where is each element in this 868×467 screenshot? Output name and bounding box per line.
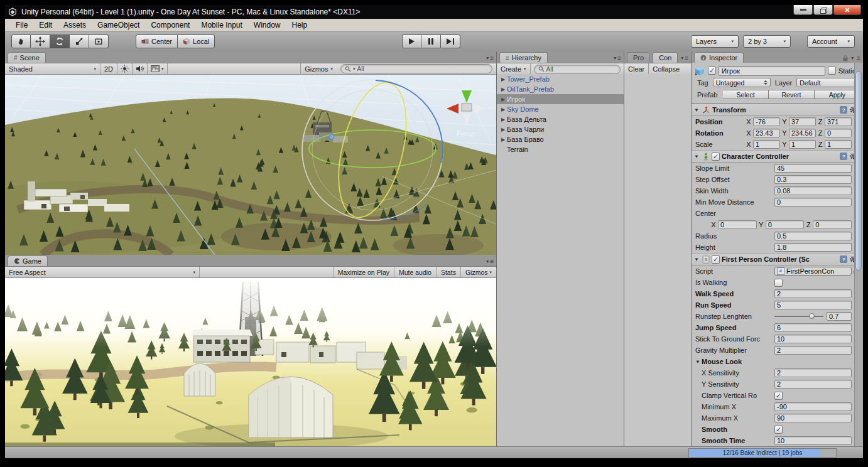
rotation-z-field[interactable]: 0 (825, 129, 852, 137)
slider-value-runstep-lenghten[interactable]: 0.7 (827, 312, 852, 321)
tab-game[interactable]: Game (8, 255, 48, 266)
name-field[interactable]: Игрок (719, 66, 825, 76)
cc-center-z-field[interactable]: 0 (813, 220, 852, 229)
layer-dropdown[interactable]: Default (796, 78, 860, 87)
foldout-arrow-icon[interactable]: ▼ (695, 359, 702, 365)
menu-file[interactable]: File (10, 19, 33, 31)
panel-menu-icon[interactable]: ▾ (851, 55, 854, 61)
scene-lighting-button[interactable] (117, 63, 133, 74)
hierarchy-item-база-дельта[interactable]: ▶База Дельта (497, 114, 624, 124)
position-y-field[interactable]: 37 (789, 117, 816, 126)
panel-menu-icon[interactable]: ▾≡ (681, 55, 688, 62)
console-clear-button[interactable]: Clear (624, 63, 649, 75)
pivot-mode-button[interactable]: Center (136, 35, 178, 48)
scale-tool-button[interactable] (70, 35, 89, 48)
tab-scene[interactable]: # Scene (8, 52, 46, 63)
tab-pro[interactable]: Pro (627, 52, 650, 63)
toggle-2d-button[interactable]: 2D (100, 63, 117, 74)
checkbox-is-walking[interactable] (774, 279, 783, 287)
scale-y-field[interactable]: 1 (789, 140, 816, 149)
foldout-arrow-icon[interactable]: ▶ (499, 77, 507, 82)
rotate-tool-button[interactable] (50, 35, 70, 48)
axis-cube[interactable] (462, 104, 472, 111)
menu-assets[interactable]: Assets (58, 19, 92, 31)
scene-gizmos-dropdown[interactable]: Gizmos▾ (300, 63, 337, 74)
game-btn-maximize-on-play[interactable]: Maximize on Play (333, 267, 394, 277)
active-checkbox[interactable]: ✓ (708, 67, 716, 75)
field-walk-speed[interactable]: 2 (774, 289, 852, 298)
field-skin-width[interactable]: 0.08 (774, 186, 852, 195)
field-height[interactable]: 1.8 (774, 243, 852, 252)
foldout-arrow-icon[interactable]: ▶ (499, 107, 507, 112)
foldout-arrow-icon[interactable]: ▼ (694, 257, 700, 262)
transform-header[interactable]: ▼ Transform ? ▾ (692, 104, 863, 116)
help-icon[interactable]: ? (840, 153, 847, 160)
console-collapse-button[interactable]: Collapse (649, 63, 683, 75)
hierarchy-item-sky-dome[interactable]: ▶Sky Dome (497, 104, 624, 114)
menu-mobile-input[interactable]: Mobile Input (195, 19, 247, 31)
field-x-sensitivity[interactable]: 2 (774, 368, 852, 377)
foldout-arrow-icon[interactable]: ▼ (694, 107, 700, 113)
menu-window[interactable]: Window (248, 19, 286, 31)
move-tool-button[interactable] (31, 35, 50, 48)
cc-center-x-field[interactable]: 0 (718, 220, 757, 229)
field-radius[interactable]: 0.5 (774, 232, 852, 240)
menu-help[interactable]: Help (286, 19, 313, 31)
menu-component[interactable]: Component (145, 19, 195, 31)
field-gravity-multiplier[interactable]: 2 (774, 346, 852, 355)
console-log-area[interactable] (624, 74, 691, 447)
menu-lines-icon[interactable]: ≡ (857, 55, 860, 62)
aspect-dropdown[interactable]: Free Aspect▾ (5, 267, 200, 277)
component-enabled-checkbox[interactable]: ✓ (712, 255, 720, 264)
panel-menu-icon[interactable]: ▾≡ (486, 258, 494, 265)
slider-runstep-lenghten[interactable] (774, 313, 823, 320)
menu-gameobject[interactable]: GameObject (92, 19, 145, 31)
foldout-arrow-icon[interactable]: ▶ (499, 117, 507, 122)
inspector-scrollbar[interactable] (854, 63, 863, 447)
foldout-arrow-icon[interactable]: ▶ (499, 97, 507, 102)
help-icon[interactable]: ? (840, 106, 847, 114)
hierarchy-item-игрок[interactable]: ▶Игрок (497, 94, 624, 104)
slider-handle[interactable] (809, 313, 815, 319)
character-controller-header[interactable]: ▼ ✓ Character Controller ? ▾ (692, 150, 863, 163)
field-smooth-time[interactable]: 10 (774, 436, 852, 445)
menu-edit[interactable]: Edit (33, 19, 58, 31)
foldout-arrow-icon[interactable]: ▶ (499, 87, 507, 92)
field-minimum-x[interactable]: -90 (774, 402, 852, 411)
scale-x-field[interactable]: 1 (753, 140, 780, 149)
fpc-header[interactable]: ▼ # ✓ First Person Controller (Sc ? ▾ (692, 253, 863, 266)
tab-hierarchy[interactable]: ≡ Hierarchy (499, 52, 548, 63)
close-button[interactable]: ✕ (833, 5, 861, 15)
panel-menu-icon[interactable]: ▾≡ (486, 55, 494, 62)
restore-button[interactable] (813, 5, 833, 15)
play-button[interactable] (402, 35, 421, 48)
field-stick-to-ground-forc[interactable]: 10 (774, 335, 852, 343)
cc-center-y-field[interactable]: 0 (766, 220, 805, 229)
layers-dropdown[interactable]: Layers▾ (691, 35, 739, 48)
field-run-speed[interactable]: 5 (774, 301, 852, 309)
checkbox-smooth[interactable]: ✓ (774, 426, 783, 434)
prefab-select-button[interactable]: Select (723, 90, 769, 99)
field-maximum-x[interactable]: 90 (774, 414, 852, 422)
create-dropdown[interactable]: Create▾ (497, 63, 531, 75)
scrollbar-thumb[interactable] (855, 71, 862, 271)
hierarchy-search-input[interactable]: All (534, 65, 621, 74)
hierarchy-item-tower-prefab[interactable]: ▶Tower_Prefab (497, 74, 624, 84)
game-viewport[interactable] (5, 278, 496, 449)
game-btn-stats[interactable]: Stats (436, 267, 460, 277)
panel-menu-icon[interactable]: ▾≡ (614, 55, 621, 62)
object-field-script[interactable]: #FirstPersonCon (774, 267, 852, 276)
pause-button[interactable] (421, 35, 441, 48)
field-jump-speed[interactable]: 6 (774, 323, 852, 332)
lock-icon[interactable] (843, 55, 848, 62)
rect-tool-button[interactable] (89, 35, 109, 48)
hand-tool-button[interactable] (11, 35, 31, 48)
checkbox-clamp-vertical-ro[interactable]: ✓ (774, 392, 783, 400)
scale-z-field[interactable]: 1 (825, 140, 852, 149)
position-x-field[interactable]: -76 (753, 117, 780, 126)
position-z-field[interactable]: 371 (825, 117, 852, 126)
foldout-arrow-icon[interactable]: ▶ (499, 137, 507, 142)
gizmo-center-handle[interactable] (329, 134, 334, 139)
foldout-arrow-icon[interactable]: ▶ (499, 127, 507, 132)
scene-audio-button[interactable] (133, 63, 148, 74)
